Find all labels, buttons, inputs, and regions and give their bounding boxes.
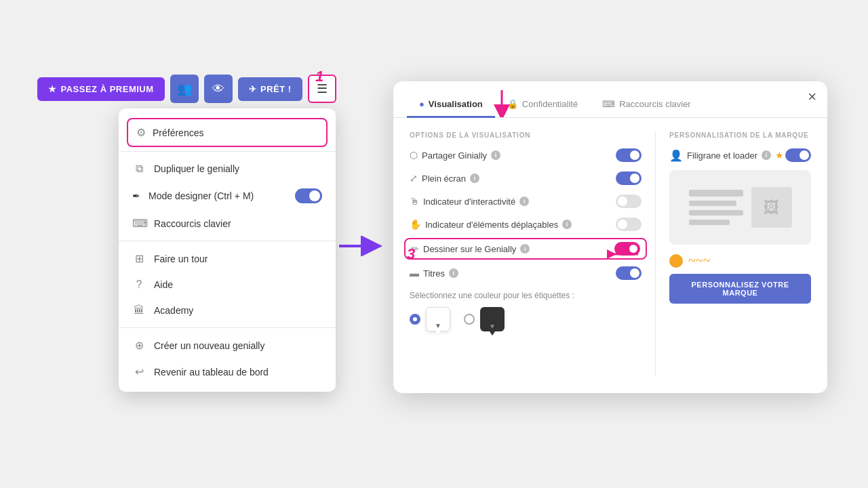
tab-confidentialite-label: Confidentialité: [522, 99, 578, 109]
menu-item-designer-mode[interactable]: ✒ Mode designer (Ctrl + M): [119, 182, 336, 210]
filigrane-label-container: 👤 Filigrane et loader i ★: [669, 149, 784, 162]
info-plein-icon[interactable]: i: [470, 174, 479, 183]
radio-black[interactable]: [464, 314, 475, 325]
hand-icon: ✋: [410, 219, 421, 230]
fullscreen-icon: ⤢: [410, 173, 418, 184]
share-icon: ⬡: [410, 150, 418, 161]
help-label: Aide: [154, 279, 173, 290]
tour-icon: ⊞: [132, 252, 146, 265]
color-white-option[interactable]: ▼: [410, 307, 450, 331]
filigrane-toggle[interactable]: [785, 148, 811, 162]
option-plein-ecran: ⤢ Plein écran i: [410, 171, 642, 185]
dropdown-menu: ⚙ Préférences ⧉ Dupliquer le genially ✒ …: [119, 108, 336, 392]
keyboard-icon: ⌨: [132, 217, 146, 230]
users-icon: 👥: [177, 81, 192, 96]
designer-toggle[interactable]: [295, 188, 322, 203]
color-section: Sélectionnez une couleur pour les étique…: [410, 291, 642, 331]
plein-ecran-label: Plein écran: [422, 174, 466, 184]
indicateur-elements-toggle[interactable]: [616, 218, 642, 231]
preferences-label: Préférences: [153, 127, 203, 138]
menu-item-tour[interactable]: ⊞ Faire un tour: [119, 245, 336, 272]
menu-item-academy[interactable]: 🏛 Academy: [119, 298, 336, 323]
titres-toggle[interactable]: [616, 266, 642, 280]
premium-button[interactable]: ★ PASSEZ À PREMIUM: [37, 77, 165, 101]
radio-white-active[interactable]: [410, 314, 420, 325]
plein-ecran-toggle[interactable]: [616, 171, 642, 185]
tab-raccourcis-label: Raccourcis clavier: [619, 99, 690, 109]
customize-button[interactable]: PERSONNALISEZ VOTRE MARQUE: [669, 274, 811, 304]
designer-icon: ✒: [132, 190, 140, 201]
tab-visualisation[interactable]: ● Visualisation: [407, 92, 495, 118]
dessiner-label: Dessiner sur le Genially: [423, 244, 516, 254]
info-dessiner-icon[interactable]: i: [520, 244, 530, 253]
titres-label: Titres: [423, 268, 445, 279]
indicateur-interactivite-toggle[interactable]: [616, 195, 642, 208]
brand-line-3: [689, 210, 743, 216]
filigrane-row: 👤 Filigrane et loader i ★: [669, 148, 811, 162]
info-titres-icon[interactable]: i: [449, 268, 458, 278]
info-filigrane-icon[interactable]: i: [762, 150, 771, 160]
arrow-right-icon: [336, 236, 384, 261]
info-elements-icon[interactable]: i: [562, 220, 572, 229]
option-indicateur-interactivite: 🖱 Indicateur d'interactivité i: [410, 195, 642, 208]
info-interactivite-icon[interactable]: i: [519, 197, 529, 206]
menu-item-shortcuts[interactable]: ⌨ Raccourcis clavier: [119, 210, 336, 237]
eye-icon: 👁: [212, 82, 224, 96]
menu-item-create-new[interactable]: ⊕ Créer un nouveau genially: [119, 332, 336, 359]
image-placeholder-icon: 🖼: [764, 198, 780, 217]
prefs-right-section: PERSONNALISATION DE LA MARQUE 👤 Filigran…: [655, 131, 811, 375]
black-arrow-down: ▼: [489, 323, 496, 330]
color-options: ▼ ▼: [410, 307, 642, 331]
dashboard-label: Revenir au tableau de bord: [154, 367, 269, 378]
indicateur-interactivite-label: Indicateur d'interactivité: [423, 197, 515, 207]
ready-button[interactable]: ✈ PRÊT !: [238, 77, 302, 101]
menu-item-preferences[interactable]: ⚙ Préférences: [127, 118, 328, 147]
option-titres: ▬ Titres i: [410, 266, 642, 280]
plus-icon: ⊕: [132, 339, 146, 352]
white-arrow-down: ▼: [435, 322, 441, 329]
users-button[interactable]: 👥: [170, 75, 199, 103]
partager-label: Partager Ginially: [422, 150, 487, 161]
star-icon: ★: [48, 84, 57, 94]
info-partager-icon[interactable]: i: [491, 150, 500, 160]
indicateur-elements-label: Indicateur d'éléments déplaçables: [425, 220, 558, 230]
filigrane-star-icon: ★: [775, 150, 784, 161]
create-new-label: Créer un nouveau genially: [154, 340, 264, 351]
back-icon: ↩: [132, 365, 146, 378]
color-black-option[interactable]: ▼: [464, 307, 505, 331]
tooltip-white: ▼: [426, 307, 450, 331]
left-section-title: OPTIONS DE LA VISUALISATION: [410, 131, 642, 139]
brand-line-4: [689, 220, 730, 225]
brand-lines: [689, 190, 743, 225]
tooltip-black: ▼: [480, 307, 505, 331]
tab-raccourcis[interactable]: ⌨ Raccourcis clavier: [590, 92, 703, 118]
arrow-to-tab-icon: [485, 87, 519, 120]
menu-item-help[interactable]: ? Aide: [119, 272, 336, 298]
eye-button[interactable]: 👁: [204, 75, 233, 103]
brand-line-1: [689, 190, 743, 197]
option-indicateur-elements: ✋ Indicateur d'éléments déplaçables i: [410, 218, 642, 231]
titres-icon: ▬: [410, 268, 419, 279]
brand-dot: [669, 254, 683, 268]
partager-toggle[interactable]: [616, 148, 642, 162]
right-section-title: PERSONNALISATION DE LA MARQUE: [669, 131, 811, 139]
duplicate-label: Dupliquer le genially: [154, 163, 239, 174]
brand-signature-row: ~~~: [669, 253, 811, 268]
shortcuts-label: Raccourcis clavier: [154, 218, 231, 229]
keyboard2-icon: ⌨: [602, 99, 615, 109]
divider2: [119, 241, 336, 241]
menu-item-dashboard[interactable]: ↩ Revenir au tableau de bord: [119, 359, 336, 385]
tour-label: Faire un tour: [154, 253, 208, 264]
rocket-icon: ✈: [249, 84, 257, 94]
help-icon: ?: [132, 279, 146, 291]
menu-item-duplicate[interactable]: ⧉ Dupliquer le genially: [119, 156, 336, 182]
filigrane-icon: 👤: [669, 149, 683, 162]
circle-icon: ●: [419, 99, 425, 109]
toolbar: ★ PASSEZ À PREMIUM 👥 👁 ✈ PRÊT ! ☰: [37, 75, 336, 103]
color-section-label: Sélectionnez une couleur pour les étique…: [410, 291, 642, 300]
arrow-to-toggle-icon: [607, 244, 641, 267]
academy-label: Academy: [154, 305, 193, 316]
brand-signature: ~~~: [688, 253, 710, 268]
preferences-panel: × ● Visualisation 🔒 Confidentialité ⌨ Ra…: [393, 81, 827, 393]
premium-label: PASSEZ À PREMIUM: [61, 84, 154, 94]
